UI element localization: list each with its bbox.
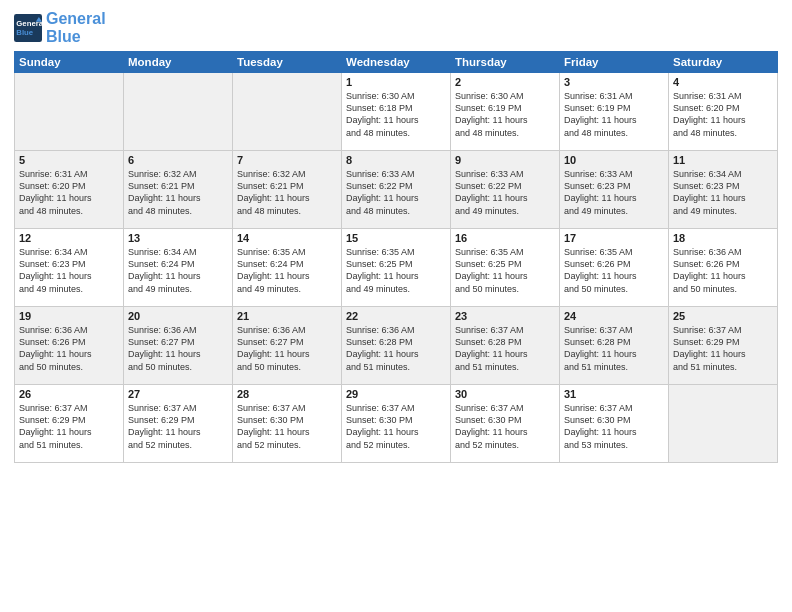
calendar-cell — [669, 385, 778, 463]
day-info: Sunrise: 6:32 AM Sunset: 6:21 PM Dayligh… — [237, 168, 337, 217]
day-number: 5 — [19, 154, 119, 166]
day-number: 2 — [455, 76, 555, 88]
day-number: 6 — [128, 154, 228, 166]
calendar-cell: 16Sunrise: 6:35 AM Sunset: 6:25 PM Dayli… — [451, 229, 560, 307]
calendar-cell: 4Sunrise: 6:31 AM Sunset: 6:20 PM Daylig… — [669, 73, 778, 151]
calendar-table: SundayMondayTuesdayWednesdayThursdayFrid… — [14, 51, 778, 463]
day-info: Sunrise: 6:37 AM Sunset: 6:29 PM Dayligh… — [128, 402, 228, 451]
day-info: Sunrise: 6:36 AM Sunset: 6:26 PM Dayligh… — [19, 324, 119, 373]
calendar-cell: 30Sunrise: 6:37 AM Sunset: 6:30 PM Dayli… — [451, 385, 560, 463]
day-info: Sunrise: 6:36 AM Sunset: 6:28 PM Dayligh… — [346, 324, 446, 373]
day-info: Sunrise: 6:30 AM Sunset: 6:18 PM Dayligh… — [346, 90, 446, 139]
calendar-cell: 6Sunrise: 6:32 AM Sunset: 6:21 PM Daylig… — [124, 151, 233, 229]
day-number: 26 — [19, 388, 119, 400]
day-number: 31 — [564, 388, 664, 400]
day-info: Sunrise: 6:35 AM Sunset: 6:25 PM Dayligh… — [346, 246, 446, 295]
calendar-cell: 13Sunrise: 6:34 AM Sunset: 6:24 PM Dayli… — [124, 229, 233, 307]
day-number: 11 — [673, 154, 773, 166]
calendar-cell: 17Sunrise: 6:35 AM Sunset: 6:26 PM Dayli… — [560, 229, 669, 307]
calendar-cell: 3Sunrise: 6:31 AM Sunset: 6:19 PM Daylig… — [560, 73, 669, 151]
day-number: 8 — [346, 154, 446, 166]
day-number: 1 — [346, 76, 446, 88]
day-number: 21 — [237, 310, 337, 322]
day-number: 14 — [237, 232, 337, 244]
calendar-cell: 5Sunrise: 6:31 AM Sunset: 6:20 PM Daylig… — [15, 151, 124, 229]
calendar-cell: 14Sunrise: 6:35 AM Sunset: 6:24 PM Dayli… — [233, 229, 342, 307]
calendar-cell: 2Sunrise: 6:30 AM Sunset: 6:19 PM Daylig… — [451, 73, 560, 151]
calendar-cell: 24Sunrise: 6:37 AM Sunset: 6:28 PM Dayli… — [560, 307, 669, 385]
day-info: Sunrise: 6:36 AM Sunset: 6:27 PM Dayligh… — [128, 324, 228, 373]
day-number: 3 — [564, 76, 664, 88]
calendar-week-5: 26Sunrise: 6:37 AM Sunset: 6:29 PM Dayli… — [15, 385, 778, 463]
calendar-cell: 31Sunrise: 6:37 AM Sunset: 6:30 PM Dayli… — [560, 385, 669, 463]
day-info: Sunrise: 6:33 AM Sunset: 6:22 PM Dayligh… — [346, 168, 446, 217]
day-info: Sunrise: 6:37 AM Sunset: 6:30 PM Dayligh… — [455, 402, 555, 451]
calendar-cell: 29Sunrise: 6:37 AM Sunset: 6:30 PM Dayli… — [342, 385, 451, 463]
day-number: 30 — [455, 388, 555, 400]
calendar-cell: 7Sunrise: 6:32 AM Sunset: 6:21 PM Daylig… — [233, 151, 342, 229]
weekday-header-row: SundayMondayTuesdayWednesdayThursdayFrid… — [15, 52, 778, 73]
day-info: Sunrise: 6:32 AM Sunset: 6:21 PM Dayligh… — [128, 168, 228, 217]
calendar-week-4: 19Sunrise: 6:36 AM Sunset: 6:26 PM Dayli… — [15, 307, 778, 385]
day-number: 28 — [237, 388, 337, 400]
day-number: 18 — [673, 232, 773, 244]
logo: General Blue GeneralBlue — [14, 10, 106, 45]
calendar-cell: 22Sunrise: 6:36 AM Sunset: 6:28 PM Dayli… — [342, 307, 451, 385]
day-info: Sunrise: 6:37 AM Sunset: 6:29 PM Dayligh… — [673, 324, 773, 373]
calendar-cell: 26Sunrise: 6:37 AM Sunset: 6:29 PM Dayli… — [15, 385, 124, 463]
calendar-week-2: 5Sunrise: 6:31 AM Sunset: 6:20 PM Daylig… — [15, 151, 778, 229]
day-number: 7 — [237, 154, 337, 166]
calendar-week-1: 1Sunrise: 6:30 AM Sunset: 6:18 PM Daylig… — [15, 73, 778, 151]
day-number: 16 — [455, 232, 555, 244]
calendar-cell: 23Sunrise: 6:37 AM Sunset: 6:28 PM Dayli… — [451, 307, 560, 385]
day-number: 10 — [564, 154, 664, 166]
day-info: Sunrise: 6:37 AM Sunset: 6:30 PM Dayligh… — [346, 402, 446, 451]
calendar-cell: 27Sunrise: 6:37 AM Sunset: 6:29 PM Dayli… — [124, 385, 233, 463]
day-info: Sunrise: 6:37 AM Sunset: 6:30 PM Dayligh… — [564, 402, 664, 451]
calendar-cell — [233, 73, 342, 151]
calendar-cell: 1Sunrise: 6:30 AM Sunset: 6:18 PM Daylig… — [342, 73, 451, 151]
calendar-cell: 19Sunrise: 6:36 AM Sunset: 6:26 PM Dayli… — [15, 307, 124, 385]
day-number: 19 — [19, 310, 119, 322]
day-info: Sunrise: 6:33 AM Sunset: 6:23 PM Dayligh… — [564, 168, 664, 217]
calendar-cell: 9Sunrise: 6:33 AM Sunset: 6:22 PM Daylig… — [451, 151, 560, 229]
weekday-thursday: Thursday — [451, 52, 560, 73]
page-header: General Blue GeneralBlue — [14, 10, 778, 45]
calendar-cell: 11Sunrise: 6:34 AM Sunset: 6:23 PM Dayli… — [669, 151, 778, 229]
calendar-cell — [15, 73, 124, 151]
calendar-cell: 21Sunrise: 6:36 AM Sunset: 6:27 PM Dayli… — [233, 307, 342, 385]
day-info: Sunrise: 6:37 AM Sunset: 6:28 PM Dayligh… — [564, 324, 664, 373]
day-number: 22 — [346, 310, 446, 322]
svg-text:Blue: Blue — [16, 28, 34, 37]
day-number: 23 — [455, 310, 555, 322]
calendar-week-3: 12Sunrise: 6:34 AM Sunset: 6:23 PM Dayli… — [15, 229, 778, 307]
calendar-cell: 25Sunrise: 6:37 AM Sunset: 6:29 PM Dayli… — [669, 307, 778, 385]
day-info: Sunrise: 6:36 AM Sunset: 6:26 PM Dayligh… — [673, 246, 773, 295]
day-info: Sunrise: 6:36 AM Sunset: 6:27 PM Dayligh… — [237, 324, 337, 373]
day-info: Sunrise: 6:31 AM Sunset: 6:20 PM Dayligh… — [19, 168, 119, 217]
day-info: Sunrise: 6:37 AM Sunset: 6:28 PM Dayligh… — [455, 324, 555, 373]
weekday-wednesday: Wednesday — [342, 52, 451, 73]
weekday-sunday: Sunday — [15, 52, 124, 73]
day-number: 29 — [346, 388, 446, 400]
day-number: 24 — [564, 310, 664, 322]
day-info: Sunrise: 6:37 AM Sunset: 6:30 PM Dayligh… — [237, 402, 337, 451]
day-number: 20 — [128, 310, 228, 322]
day-number: 12 — [19, 232, 119, 244]
calendar-cell: 28Sunrise: 6:37 AM Sunset: 6:30 PM Dayli… — [233, 385, 342, 463]
day-info: Sunrise: 6:35 AM Sunset: 6:24 PM Dayligh… — [237, 246, 337, 295]
day-info: Sunrise: 6:34 AM Sunset: 6:23 PM Dayligh… — [673, 168, 773, 217]
calendar-cell: 10Sunrise: 6:33 AM Sunset: 6:23 PM Dayli… — [560, 151, 669, 229]
day-number: 15 — [346, 232, 446, 244]
day-number: 13 — [128, 232, 228, 244]
day-info: Sunrise: 6:35 AM Sunset: 6:26 PM Dayligh… — [564, 246, 664, 295]
calendar-cell: 8Sunrise: 6:33 AM Sunset: 6:22 PM Daylig… — [342, 151, 451, 229]
calendar-cell: 20Sunrise: 6:36 AM Sunset: 6:27 PM Dayli… — [124, 307, 233, 385]
day-info: Sunrise: 6:37 AM Sunset: 6:29 PM Dayligh… — [19, 402, 119, 451]
day-number: 27 — [128, 388, 228, 400]
calendar-cell: 18Sunrise: 6:36 AM Sunset: 6:26 PM Dayli… — [669, 229, 778, 307]
day-info: Sunrise: 6:34 AM Sunset: 6:23 PM Dayligh… — [19, 246, 119, 295]
day-info: Sunrise: 6:31 AM Sunset: 6:19 PM Dayligh… — [564, 90, 664, 139]
calendar-cell: 12Sunrise: 6:34 AM Sunset: 6:23 PM Dayli… — [15, 229, 124, 307]
calendar-cell: 15Sunrise: 6:35 AM Sunset: 6:25 PM Dayli… — [342, 229, 451, 307]
